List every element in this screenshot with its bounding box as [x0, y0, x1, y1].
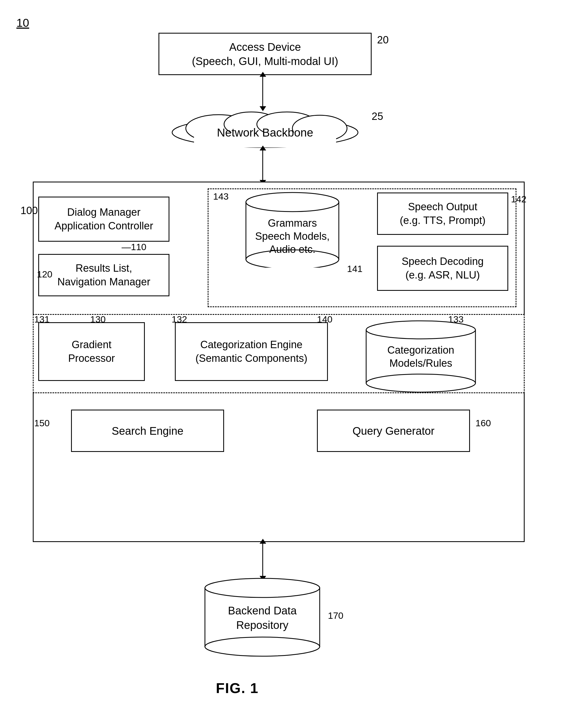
- grammars-cylinder: Grammars Speech Models, Audio etc.: [243, 191, 342, 268]
- label-143: 143: [213, 191, 229, 202]
- label-160: 160: [476, 418, 491, 428]
- label-133: 133: [448, 314, 464, 325]
- access-device-text: Access Device (Speech, GUI, Multi-modal …: [192, 40, 338, 68]
- categorization-engine-box: Categorization Engine (Semantic Componen…: [175, 322, 328, 381]
- svg-text:Speech Models,: Speech Models,: [255, 231, 330, 242]
- svg-text:Models/Rules: Models/Rules: [390, 358, 452, 369]
- label-20: 20: [377, 34, 388, 46]
- arrow-network-to-main: [262, 149, 263, 182]
- results-list-box: Results List, Navigation Manager: [38, 254, 169, 296]
- label-142: 142: [511, 194, 526, 205]
- query-generator-text: Query Generator: [352, 424, 434, 438]
- dialog-manager-text: Dialog Manager Application Controller: [54, 206, 153, 233]
- label-140: 140: [317, 314, 333, 325]
- search-engine-text: Search Engine: [112, 424, 183, 438]
- label-141: 141: [347, 264, 363, 274]
- results-list-text: Results List, Navigation Manager: [57, 262, 150, 289]
- label-25: 25: [372, 111, 383, 122]
- query-generator-box: Query Generator: [317, 410, 470, 452]
- speech-output-text: Speech Output (e.g. TTS, Prompt): [400, 200, 486, 227]
- arrow-main-to-backend: [262, 542, 263, 578]
- label-131: 131: [34, 314, 50, 325]
- label-120: 120: [37, 269, 53, 280]
- access-device-box: Access Device (Speech, GUI, Multi-modal …: [159, 33, 372, 75]
- svg-point-15: [366, 374, 476, 392]
- svg-text:Repository: Repository: [236, 619, 288, 631]
- arrow-access-device-to-network: [262, 75, 263, 108]
- diagram: 10 Access Device (Speech, GUI, Multi-mod…: [17, 17, 557, 699]
- network-backbone: Network Backbone: [164, 108, 366, 149]
- label-150: 150: [34, 418, 50, 428]
- search-engine-box: Search Engine: [71, 410, 224, 452]
- svg-point-19: [205, 578, 320, 598]
- speech-decoding-text: Speech Decoding (e.g. ASR, NLU): [402, 255, 484, 282]
- backend-cylinder: Backend Data Repository: [202, 578, 322, 657]
- label-100: 100: [21, 205, 38, 216]
- label-10: 10: [17, 17, 29, 30]
- dialog-manager-box: Dialog Manager Application Controller: [38, 196, 169, 242]
- speech-output-box: Speech Output (e.g. TTS, Prompt): [377, 192, 508, 235]
- fig-label: FIG. 1: [216, 680, 258, 696]
- label-110: —110: [122, 242, 146, 252]
- categ-models-cylinder: Categorization Models/Rules: [364, 320, 478, 393]
- svg-point-20: [205, 637, 320, 656]
- svg-text:Backend Data: Backend Data: [228, 605, 297, 616]
- speech-decoding-box: Speech Decoding (e.g. ASR, NLU): [377, 246, 508, 291]
- svg-text:Grammars: Grammars: [268, 217, 317, 229]
- svg-text:Audio etc.: Audio etc.: [269, 244, 316, 255]
- label-170: 170: [328, 610, 343, 621]
- svg-text:Categorization: Categorization: [387, 344, 454, 356]
- gradient-text: Gradient Processor: [68, 338, 115, 365]
- label-132: 132: [172, 314, 187, 325]
- svg-text:Network Backbone: Network Backbone: [217, 126, 313, 139]
- categ-engine-text: Categorization Engine (Semantic Componen…: [195, 338, 308, 365]
- gradient-processor-box: Gradient Processor: [38, 322, 145, 381]
- svg-point-8: [246, 192, 339, 212]
